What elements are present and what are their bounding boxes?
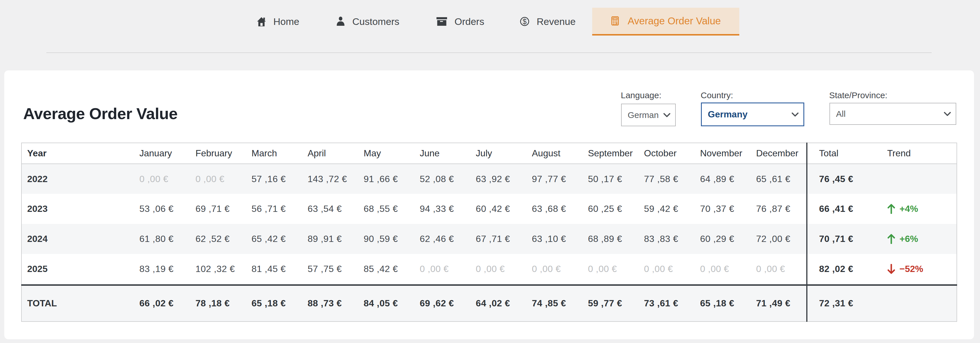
svg-text:$: $: [523, 18, 527, 26]
